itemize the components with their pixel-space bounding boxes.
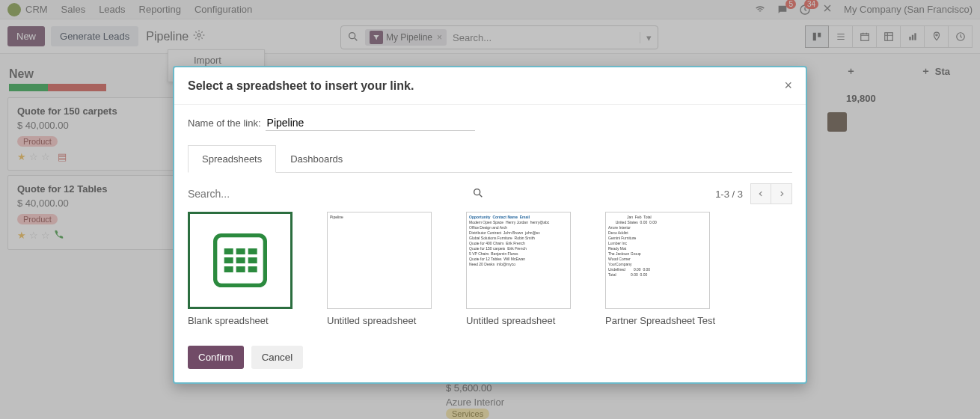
- search-icon[interactable]: [472, 187, 484, 201]
- confirm-button[interactable]: Confirm: [188, 346, 244, 369]
- spreadsheet-name: Untitled spreadsheet: [327, 315, 448, 326]
- pager: 1-3 / 3: [715, 183, 792, 204]
- sheet-search-input[interactable]: [188, 188, 472, 200]
- tab-spreadsheets[interactable]: Spreadsheets: [188, 145, 276, 173]
- linkname-input[interactable]: [266, 115, 475, 131]
- spreadsheet-thumb: [188, 212, 293, 309]
- pager-next[interactable]: [771, 183, 792, 204]
- tab-dashboards[interactable]: Dashboards: [276, 145, 357, 173]
- spreadsheet-option[interactable]: Opportunity Contact Name Email Modern Op…: [466, 212, 587, 326]
- svg-rect-14: [224, 248, 233, 254]
- modal-overlay[interactable]: Select a spreadsheet to insert your link…: [0, 0, 980, 419]
- spreadsheet-option[interactable]: Jan Feb Total United States 0.00 0.00 Az…: [605, 212, 726, 326]
- spreadsheet-thumb: Opportunity Contact Name Email Modern Op…: [466, 212, 571, 309]
- modal-tabs: Spreadsheets Dashboards: [188, 144, 792, 173]
- svg-rect-20: [224, 266, 233, 272]
- spreadsheet-name: Blank spreadsheet: [188, 315, 309, 326]
- pager-text: 1-3 / 3: [715, 189, 743, 200]
- svg-rect-18: [236, 257, 245, 263]
- spreadsheet-option[interactable]: Pipeline Untitled spreadsheet: [327, 212, 448, 326]
- spreadsheet-option-blank[interactable]: Blank spreadsheet: [188, 212, 309, 326]
- svg-rect-19: [248, 257, 257, 263]
- svg-rect-17: [224, 257, 233, 263]
- spreadsheet-grid: Blank spreadsheet Pipeline Untitled spre…: [188, 212, 792, 326]
- spreadsheet-thumb: Pipeline: [327, 212, 432, 309]
- modal-title: Select a spreadsheet to insert your link…: [188, 79, 414, 93]
- insert-link-modal: Select a spreadsheet to insert your link…: [173, 66, 807, 384]
- svg-rect-16: [248, 248, 257, 254]
- close-icon[interactable]: ×: [784, 78, 792, 94]
- spreadsheet-name: Partner Spreadsheet Test: [605, 315, 726, 326]
- svg-rect-22: [248, 266, 257, 272]
- pager-prev[interactable]: [750, 183, 771, 204]
- linkname-label: Name of the link:: [188, 117, 261, 129]
- spreadsheet-name: Untitled spreadsheet: [466, 315, 587, 326]
- svg-point-12: [474, 189, 480, 195]
- cancel-button[interactable]: Cancel: [251, 346, 304, 369]
- spreadsheet-thumb: Jan Feb Total United States 0.00 0.00 Az…: [605, 212, 710, 309]
- svg-rect-21: [236, 266, 245, 272]
- svg-rect-15: [236, 248, 245, 254]
